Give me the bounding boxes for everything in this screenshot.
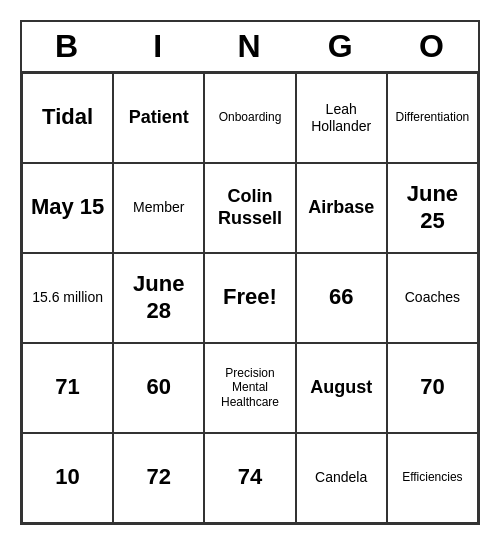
bingo-cell: Efficiencies (387, 433, 478, 523)
header-letter: O (387, 22, 478, 71)
bingo-header: BINGO (22, 22, 478, 73)
header-letter: G (296, 22, 387, 71)
bingo-cell: 10 (22, 433, 113, 523)
bingo-cell: Free! (204, 253, 295, 343)
bingo-cell: Colin Russell (204, 163, 295, 253)
bingo-cell: Candela (296, 433, 387, 523)
bingo-cell: August (296, 343, 387, 433)
bingo-cell: 70 (387, 343, 478, 433)
bingo-cell: Precision Mental Healthcare (204, 343, 295, 433)
bingo-card: BINGO TidalPatientOnboardingLeah Holland… (20, 20, 480, 525)
bingo-cell: 72 (113, 433, 204, 523)
bingo-cell: May 15 (22, 163, 113, 253)
header-letter: I (113, 22, 204, 71)
bingo-cell: Leah Hollander (296, 73, 387, 163)
bingo-grid: TidalPatientOnboardingLeah HollanderDiff… (22, 73, 478, 523)
bingo-cell: 74 (204, 433, 295, 523)
bingo-cell: Tidal (22, 73, 113, 163)
bingo-cell: 66 (296, 253, 387, 343)
bingo-cell: 15.6 million (22, 253, 113, 343)
header-letter: B (22, 22, 113, 71)
bingo-cell: June 25 (387, 163, 478, 253)
bingo-cell: 60 (113, 343, 204, 433)
bingo-cell: Patient (113, 73, 204, 163)
bingo-cell: Onboarding (204, 73, 295, 163)
bingo-cell: Member (113, 163, 204, 253)
header-letter: N (204, 22, 295, 71)
bingo-cell: 71 (22, 343, 113, 433)
bingo-cell: Differentiation (387, 73, 478, 163)
bingo-cell: Coaches (387, 253, 478, 343)
bingo-cell: June 28 (113, 253, 204, 343)
bingo-cell: Airbase (296, 163, 387, 253)
